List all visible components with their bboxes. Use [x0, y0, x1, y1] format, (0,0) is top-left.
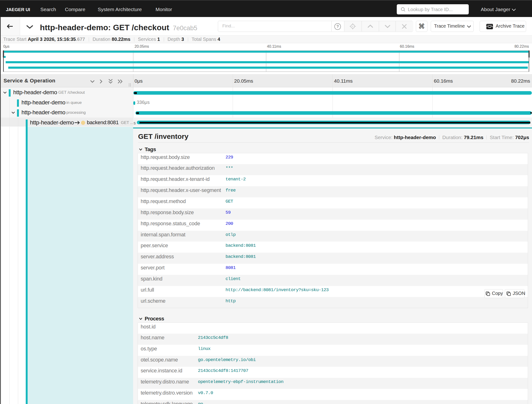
svg-text:?: ?	[336, 24, 339, 28]
